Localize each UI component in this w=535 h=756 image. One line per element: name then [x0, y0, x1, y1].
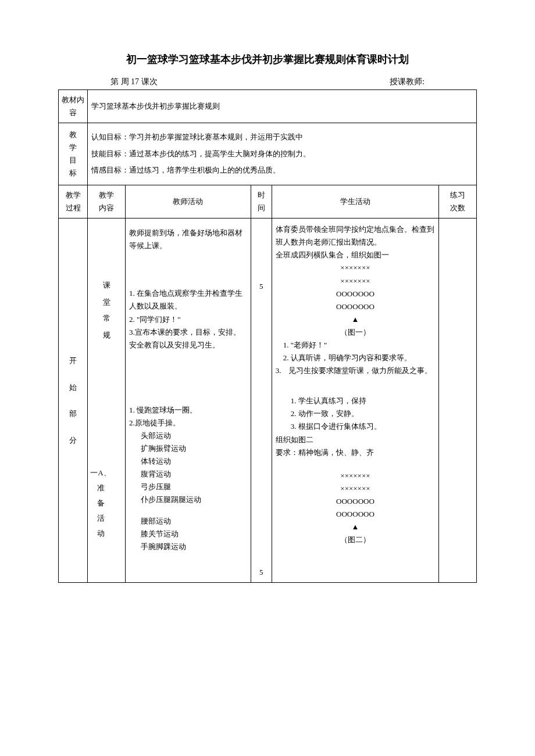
- c2-l4: 动: [90, 526, 124, 541]
- stu-p2: 全班成四列横队集合，组织如图一: [276, 249, 436, 261]
- stu-i3: 3. 见习生按要求随堂听课，做力所能及之事。: [276, 364, 436, 377]
- row-column-headers: 教学 过程 教学 内容 教师活动 时 间 学生活动 练习 次数: [59, 185, 477, 218]
- header-row: 第 周 17 课次 授课教师:: [58, 77, 477, 87]
- ex-chest: 扩胸振臂运动: [129, 442, 247, 455]
- ex-waist: 腰部运动: [129, 515, 247, 528]
- stu-b2-i2: 2. 动作一致，安静。: [276, 407, 436, 420]
- c2-l2: 备: [90, 496, 124, 511]
- teacher-label: 授课教师:: [390, 77, 425, 87]
- stu-org: 组织如图二: [276, 433, 436, 446]
- d2-l3: OOOOOOO: [276, 495, 436, 508]
- start-proc-label: 开 始 部 分: [59, 218, 88, 583]
- c2-l3: 活: [90, 511, 124, 526]
- proc-l1: 开: [60, 347, 86, 374]
- goals-label: 教 学 目 标: [59, 123, 88, 185]
- d2-l5: ▲: [276, 521, 436, 533]
- ex-twist: 体转运动: [129, 455, 247, 468]
- c2-l1: 准: [90, 481, 124, 496]
- c1-l3: 常: [89, 310, 124, 327]
- ex-lunge: 弓步压腿: [129, 481, 247, 493]
- stu-b2-i1: 1. 学生认真练习，保持: [276, 395, 436, 407]
- goal-skill: 技能目标：通过基本步伐的练习，提高学生大脑对身体的控制力。: [91, 146, 473, 163]
- teacher-b2-i2: 2.原地徒手操。: [129, 417, 247, 429]
- teacher-b1-p1: 教师提前到场，准备好场地和器材等候上课。: [129, 227, 247, 252]
- lesson-plan-table: 教材内 容 学习篮球基本步伐并初步掌握比赛规则 教 学 目 标 认知目标：学习并…: [58, 89, 477, 583]
- goals-label-l2: 学: [60, 141, 86, 154]
- row-start-section: 开 始 部 分 课 堂 常 规 一A、 准 备 活 动 教师提前到场，准备好场地…: [59, 218, 477, 583]
- goals-values: 认知目标：学习并初步掌握篮球比赛基本规则，并运用于实践中 技能目标：通过基本步伐…: [88, 123, 477, 185]
- row-material: 教材内 容 学习篮球基本步伐并初步掌握比赛规则: [59, 90, 477, 123]
- c2-l0: 一A、: [90, 465, 124, 481]
- d2-l2: ×××××××: [276, 482, 436, 495]
- d1-l4: OOOOOOO: [276, 300, 436, 313]
- goal-cognitive: 认知目标：学习并初步掌握篮球比赛基本规则，并运用于实践中: [91, 129, 473, 146]
- col-process: 教学 过程: [59, 185, 88, 218]
- proc-l3: 部: [60, 400, 86, 427]
- teacher-b1-i3: 3.宣布本课的要求，目标，安排。: [129, 326, 247, 339]
- col-content: 教学 内容: [88, 185, 126, 218]
- d2-l4: OOOOOOO: [276, 508, 436, 521]
- teacher-b1-i1: 1. 在集合地点观察学生并检查学生人数以及服装。: [129, 287, 247, 313]
- stu-i2: 2. 认真听讲，明确学习内容和要求等。: [276, 352, 436, 364]
- col-time: 时 间: [251, 185, 272, 218]
- goals-label-l1: 教: [60, 128, 86, 141]
- d1-l5: ▲: [276, 313, 436, 326]
- col-reps: 练习 次数: [439, 185, 477, 218]
- stu-p1: 体育委员带领全班同学按约定地点集合。检查到班人数并向老师汇报出勤情况。: [276, 223, 436, 249]
- page-title: 初一篮球学习篮球基本步伐并初步掌握比赛规则体育课时计划: [58, 52, 477, 66]
- goal-affective: 情感目标：通过练习，培养学生积极向上的的优秀品质。: [91, 162, 473, 179]
- teacher-b2-i1: 1. 慢跑篮球场一圈。: [129, 404, 247, 417]
- teacher-b1-i2: 2. "同学们好！": [129, 313, 247, 326]
- c1-l1: 课: [89, 277, 124, 294]
- c1-l2: 堂: [89, 294, 124, 311]
- ex-abback: 腹背运动: [129, 468, 247, 481]
- start-content-cell: 课 堂 常 规 一A、 准 备 活 动: [88, 218, 126, 583]
- material-value: 学习篮球基本步伐并初步掌握比赛规则: [88, 90, 477, 123]
- week-lesson: 第 周 17 课次: [110, 77, 158, 87]
- goals-label-l4: 标: [60, 167, 86, 180]
- col-teacher: 教师活动: [126, 185, 251, 218]
- time-1: 5: [254, 280, 269, 293]
- d1-l2: ×××××××: [276, 275, 436, 288]
- d1-l3: OOOOOOO: [276, 288, 436, 300]
- d2-l1: ×××××××: [276, 470, 436, 482]
- warmup-label: 一A、 准 备 活 动: [89, 465, 124, 541]
- stu-b2-i3: 3. 根据口令进行集体练习。: [276, 420, 436, 433]
- time-2: 5: [254, 566, 269, 579]
- c1-l4: 规: [89, 327, 124, 344]
- routine-label: 课 堂 常 规: [89, 277, 124, 343]
- d1-l1: ×××××××: [276, 261, 436, 274]
- teacher-activity-cell: 教师提前到场，准备好场地和器材等候上课。 1. 在集合地点观察学生并检查学生人数…: [126, 218, 251, 583]
- ex-knee: 膝关节运动: [129, 528, 247, 540]
- ex-pubu: 仆步压腿踢腿运动: [129, 493, 247, 506]
- student-activity-cell: 体育委员带领全班同学按约定地点集合。检查到班人数并向老师汇报出勤情况。 全班成四…: [272, 218, 439, 583]
- d2-cap: （图二）: [276, 533, 436, 546]
- ex-wrist: 手腕脚踝运动: [129, 540, 247, 553]
- proc-l2: 始: [60, 374, 86, 401]
- reps-cell: [439, 218, 477, 583]
- stu-req: 要求：精神饱满，快、静、齐: [276, 446, 436, 459]
- proc-l4: 分: [60, 427, 86, 454]
- time-cell: 5 5: [251, 218, 272, 583]
- goals-label-l3: 目: [60, 154, 86, 167]
- d1-cap: （图一）: [276, 326, 436, 339]
- material-label-l1: 教材内: [62, 95, 84, 104]
- row-goals: 教 学 目 标 认知目标：学习并初步掌握篮球比赛基本规则，并运用于实践中 技能目…: [59, 123, 477, 185]
- ex-head: 头部运动: [129, 429, 247, 442]
- stu-i1: 1. "老师好！": [276, 339, 436, 352]
- col-student: 学生活动: [272, 185, 439, 218]
- material-label-l2: 容: [69, 108, 77, 117]
- material-label: 教材内 容: [59, 90, 88, 123]
- teacher-b1-i4: 安全教育以及安排见习生。: [129, 339, 247, 352]
